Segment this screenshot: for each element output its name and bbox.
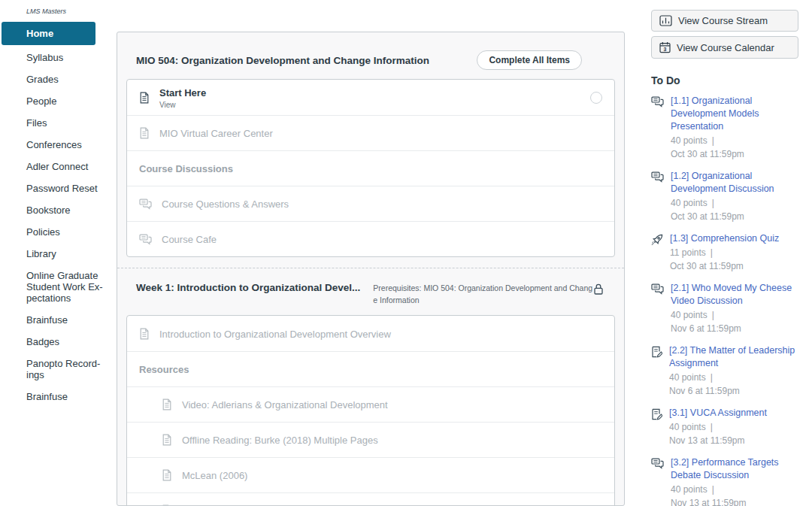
sidebar-item-syllabus[interactable]: Syllabus xyxy=(0,47,113,68)
todo-item: [1.2] Organizational Development Discuss… xyxy=(651,170,806,223)
complete-all-items-button[interactable]: Complete All Items xyxy=(477,50,582,70)
todo-item-due-date: Nov 13 at 11:59pm xyxy=(669,435,799,447)
sidebar-item-library[interactable]: Library xyxy=(0,243,113,265)
todo-item-link[interactable]: [2.1] Who Moved My Cheese Video Discussi… xyxy=(671,282,799,308)
course-navigation: LMS Masters HomeSyllabusGradesPeopleFile… xyxy=(0,0,113,408)
quiz-icon xyxy=(651,234,663,272)
module-item-title[interactable]: Start Here xyxy=(159,87,206,98)
module-item-row: Start Here View xyxy=(127,80,614,115)
module-item-row: MIO Virtual Career Center xyxy=(127,115,614,150)
sidebar-item-conferences[interactable]: Conferences xyxy=(0,134,113,156)
todo-item: [2.1] Who Moved My Cheese Video Discussi… xyxy=(651,282,806,335)
module-item-title[interactable]: Offline Reading: Burke (2018) Multiple P… xyxy=(182,435,378,446)
module-item-title[interactable]: McLean (2006) xyxy=(182,470,247,481)
todo-item-due-date: Oct 30 at 11:59pm xyxy=(671,211,799,223)
module-item-row: McLean (2006) xyxy=(127,457,614,492)
todo-item: [1.1] Organizational Development Models … xyxy=(651,95,806,160)
discussion-icon xyxy=(651,458,664,506)
module-item-row: Course Questions & Answers xyxy=(127,186,614,221)
page-icon xyxy=(162,434,172,446)
sidebar-item-brainfuse[interactable]: Brainfuse xyxy=(0,309,113,331)
course-home-sidebar: View Course Stream 3 View Course Calenda… xyxy=(651,10,806,506)
todo-item-link[interactable]: [1.3] Comprehension Quiz xyxy=(670,232,799,245)
todo-item-points: 40 points| xyxy=(671,483,799,495)
page-icon xyxy=(139,127,150,139)
brand-label: LMS Masters xyxy=(26,8,107,15)
todo-item-due-date: Nov 6 at 11:59pm xyxy=(669,385,799,397)
module-items: Start Here View MIO Virtual Career Cente… xyxy=(126,79,615,257)
todo-item-link[interactable]: [3.2] Performance Targets Debate Discuss… xyxy=(671,456,799,482)
discussion-icon xyxy=(139,198,152,210)
module: Week 1: Introduction to Organizational D… xyxy=(117,268,624,506)
todo-heading: To Do xyxy=(651,74,806,86)
sidebar-item-adler-connect[interactable]: Adler Connect xyxy=(0,156,113,177)
todo-item-due-date: Oct 30 at 11:59pm xyxy=(671,148,799,160)
sidebar-item-panopto-record-ings[interactable]: Panopto Record-ings xyxy=(0,353,113,386)
module-title[interactable]: Week 1: Introduction to Organizational D… xyxy=(136,282,360,293)
todo-item-link[interactable]: [2.2] The Matter of Leadership Assignmen… xyxy=(669,344,799,370)
sidebar-item-people[interactable]: People xyxy=(0,90,113,112)
module: MIO 504: Organization Development and Ch… xyxy=(117,32,624,257)
module-item-row: Video: Adlerians & Organizational Develo… xyxy=(127,386,614,422)
lock-icon xyxy=(592,283,604,295)
sidebar-item-online-graduate-student-work-ex-pectations[interactable]: Online Graduate Student Work Ex-pectatio… xyxy=(0,265,113,309)
module-subheader-label: Resources xyxy=(139,364,189,375)
sidebar-item-home[interactable]: Home xyxy=(2,22,95,45)
view-course-stream-button[interactable]: View Course Stream xyxy=(651,10,798,32)
sidebar-item-brainfuse[interactable]: Brainfuse xyxy=(0,386,113,408)
module-item-row: Introduction to Organizational Developme… xyxy=(127,316,614,351)
discussion-icon xyxy=(651,96,664,160)
module-header: Week 1: Introduction to Organizational D… xyxy=(117,268,624,314)
todo-item: [1.3] Comprehension Quiz 11 points| Oct … xyxy=(651,232,806,272)
module-subheader-row: Resources xyxy=(127,351,614,386)
module-item-title[interactable]: Course Cafe xyxy=(162,234,217,245)
module-subheader-row: Course Discussions xyxy=(127,150,614,186)
todo-item-points: 40 points| xyxy=(669,421,799,433)
sidebar-item-bookstore[interactable]: Bookstore xyxy=(0,199,113,221)
module-subheader-label: Course Discussions xyxy=(139,163,233,174)
module-item-title[interactable]: Introduction to Organizational Developme… xyxy=(159,329,391,340)
sidebar-item-grades[interactable]: Grades xyxy=(0,68,113,90)
discussion-icon xyxy=(139,234,152,245)
todo-item-due-date: Nov 13 at 11:59pm xyxy=(671,497,799,506)
todo-item-points: 40 points| xyxy=(671,197,799,209)
todo-item-points: 40 points| xyxy=(671,309,799,321)
todo-item-due-date: Nov 6 at 11:59pm xyxy=(671,323,799,335)
todo-item: [3.1] VUCA Assignment 40 points| Nov 13 … xyxy=(651,407,806,447)
sidebar-item-password-reset[interactable]: Password Reset xyxy=(0,177,113,199)
svg-text:3: 3 xyxy=(664,47,667,52)
module-item-title[interactable]: MIO Virtual Career Center xyxy=(159,128,273,139)
calendar-icon: 3 xyxy=(659,41,671,53)
view-course-calendar-label: View Course Calendar xyxy=(677,42,774,53)
module-item-title[interactable]: Video: Adlerians & Organizational Develo… xyxy=(182,399,388,411)
module-header: MIO 504: Organization Development and Ch… xyxy=(117,32,624,77)
discussion-icon xyxy=(651,171,664,223)
discussion-icon xyxy=(651,283,664,335)
sidebar-item-policies[interactable]: Policies xyxy=(0,221,113,243)
todo-item-points: 40 points| xyxy=(671,135,799,147)
modules-container: MIO 504: Organization Development and Ch… xyxy=(117,32,625,506)
view-course-stream-label: View Course Stream xyxy=(678,15,768,26)
page-icon xyxy=(162,469,172,481)
todo-item-link[interactable]: [1.2] Organizational Development Discuss… xyxy=(671,170,799,195)
module-item-row: Course Cafe xyxy=(127,221,614,256)
todo-item: [2.2] The Matter of Leadership Assignmen… xyxy=(651,344,806,397)
sidebar-item-files[interactable]: Files xyxy=(0,112,113,134)
todo-item-link[interactable]: [3.1] VUCA Assignment xyxy=(669,407,799,420)
assignment-icon xyxy=(651,346,662,397)
course-nav-list: HomeSyllabusGradesPeopleFilesConferences… xyxy=(0,22,113,408)
todo-list: [1.1] Organizational Development Models … xyxy=(651,95,806,506)
page-icon xyxy=(139,92,150,104)
todo-item-due-date: Oct 30 at 11:59pm xyxy=(670,260,799,272)
stream-icon xyxy=(659,15,672,26)
sidebar-item-badges[interactable]: Badges xyxy=(0,331,113,353)
page-icon xyxy=(162,398,172,411)
module-title[interactable]: MIO 504: Organization Development and Ch… xyxy=(136,55,429,66)
module-items: Introduction to Organizational Developme… xyxy=(126,315,615,506)
todo-item-link[interactable]: [1.1] Organizational Development Models … xyxy=(671,95,799,133)
module-item-title[interactable]: Course Questions & Answers xyxy=(162,198,289,210)
view-course-calendar-button[interactable]: 3 View Course Calendar xyxy=(651,36,798,59)
module-prerequisites: Prerequisites: MIO 504: Organization Dev… xyxy=(373,282,592,306)
progress-circle-icon xyxy=(590,92,602,104)
todo-item-points: 11 points| xyxy=(670,247,799,259)
